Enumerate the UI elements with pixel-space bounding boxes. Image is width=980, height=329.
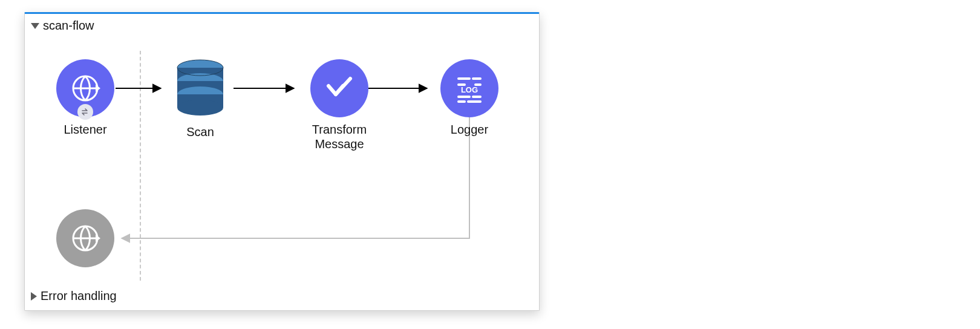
node-label: Transform Message (291, 122, 388, 151)
transform-icon (310, 59, 368, 117)
svg-point-12 (177, 100, 223, 116)
node-label: Listener (43, 122, 128, 137)
svg-text:LOG: LOG (461, 85, 478, 94)
exchange-badge-icon (77, 104, 93, 120)
node-listener[interactable]: Listener (43, 59, 128, 137)
flow-canvas: scan-flow (24, 12, 540, 311)
error-handling-title: Error handling (41, 289, 117, 303)
collapse-icon[interactable] (31, 23, 39, 29)
expand-icon[interactable] (31, 292, 37, 301)
database-icon (168, 54, 233, 120)
globe-arrow-icon (56, 59, 114, 117)
node-logger[interactable]: LOG Logger (427, 59, 512, 137)
node-response[interactable] (43, 209, 128, 267)
globe-arrow-icon (56, 209, 114, 267)
node-label: Logger (427, 122, 512, 137)
node-transform[interactable]: Transform Message (291, 59, 388, 151)
node-scan[interactable]: Scan (158, 54, 243, 139)
flow-title: scan-flow (43, 19, 94, 33)
node-label: Scan (158, 125, 243, 139)
log-icon: LOG (440, 59, 498, 117)
flow-body: Listener Scan (25, 33, 539, 281)
source-divider (140, 51, 141, 281)
error-handling-header[interactable]: Error handling (25, 283, 539, 310)
flow-header[interactable]: scan-flow (25, 14, 539, 33)
